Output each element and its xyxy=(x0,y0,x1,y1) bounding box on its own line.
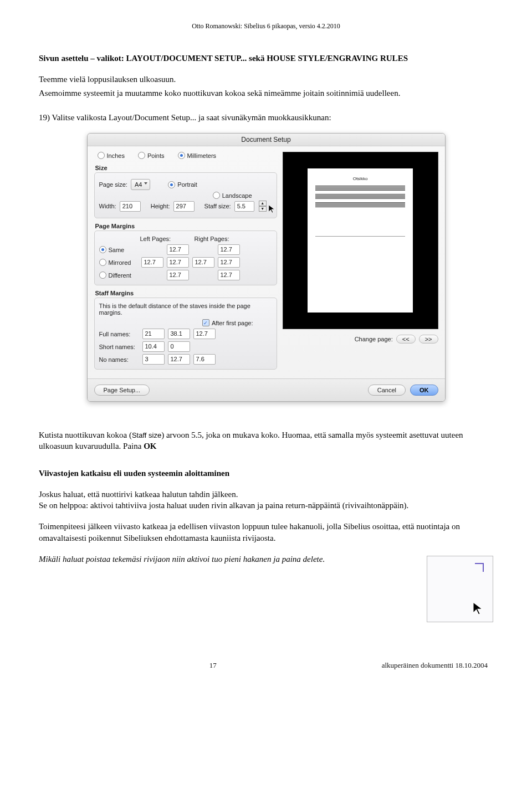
document-page: Otto Romanowski: Sibelius 6 pikaopas, ve… xyxy=(0,0,532,687)
height-input[interactable]: 297 xyxy=(173,201,195,212)
viivastot-para-4: Mikäli haluat poistaa tekemäsi rivijaon … xyxy=(39,554,493,565)
staff-margins-desc: This is the default distance of the stav… xyxy=(99,303,272,316)
no-names-input[interactable]: 3 xyxy=(142,354,165,365)
viivastot-heading: Viivastojen katkaisu eli uuden systeemin… xyxy=(39,469,229,478)
page-setup-button[interactable]: Page Setup... xyxy=(94,385,150,396)
radio-inches[interactable]: Inches xyxy=(98,152,125,159)
viivastot-para-2: Se on helppoa: aktivoi tahtiviiva josta … xyxy=(39,500,493,511)
document-setup-dialog: Document Setup Inches Points Millimeters… xyxy=(87,133,446,402)
margin-diff-2[interactable]: 12.7 xyxy=(218,270,240,280)
page-preview: Otsikko xyxy=(283,152,438,329)
chevron-down-icon: ▼ xyxy=(259,206,267,212)
short-names-label: Short names: xyxy=(99,344,139,350)
cancel-button[interactable]: Cancel xyxy=(368,385,406,396)
prev-page-button[interactable]: << xyxy=(396,335,416,344)
width-input[interactable]: 210 xyxy=(120,201,141,212)
change-page-label: Change page: xyxy=(355,336,393,342)
page-margins-label: Page Margins xyxy=(95,223,277,229)
intro-paragraph-1: Teemme vielä loppusilauksen ulkoasuun. xyxy=(39,74,493,85)
margin-mirr-1[interactable]: 12.7 xyxy=(141,257,163,268)
width-label: Width: xyxy=(99,203,116,209)
dialog-screenshot: Document Setup Inches Points Millimeters… xyxy=(39,133,493,402)
radio-landscape[interactable]: Landscape xyxy=(213,192,252,199)
short-names-input[interactable]: 10.4 xyxy=(142,341,165,352)
step-19-text: 19) Valitse valikosta Layout/Document Se… xyxy=(39,112,493,123)
page-margins-group: Left Pages: Right Pages: Same 12.7 12.7 … xyxy=(94,231,277,285)
footer-right-text: alkuperäinen dokumentti 18.10.2004 xyxy=(382,661,488,670)
staff-size-spinner[interactable]: ▲▼ xyxy=(259,201,267,212)
full-names-label: Full names: xyxy=(99,331,139,337)
radio-margins-mirrored[interactable]: Mirrored xyxy=(99,259,138,266)
right-pages-label: Right Pages: xyxy=(195,235,239,242)
margin-same-left[interactable]: 12.7 xyxy=(167,244,189,255)
margin-diff-1[interactable]: 12.7 xyxy=(167,270,189,280)
preview-title: Otsikko xyxy=(315,176,405,181)
after-dialog-paragraph: Kutista nuottikuvan kokoa (Staff size) a… xyxy=(39,429,493,452)
cursor-icon xyxy=(472,601,487,616)
viivastot-para-3: Toimenpiteesi jälkeen viivasto katkeaa j… xyxy=(39,521,493,544)
return-arrow-figure xyxy=(427,556,493,622)
staff-col2b[interactable]: 0 xyxy=(168,341,190,352)
staff-size-input[interactable]: 5.5 xyxy=(234,201,254,212)
radio-portrait[interactable]: Portrait xyxy=(168,181,197,188)
intro-paragraph-2: Asemoimme systeemit ja muutamme koko nuo… xyxy=(39,88,493,99)
chevron-up-icon: ▲ xyxy=(259,201,267,206)
page-size-label: Page size: xyxy=(99,181,127,188)
size-section-label: Size xyxy=(95,165,277,171)
radio-millimeters[interactable]: Millimeters xyxy=(178,152,217,159)
section-heading: Sivun asettelu – valikot: LAYOUT/DOCUMEN… xyxy=(39,53,493,64)
dialog-title: Document Setup xyxy=(88,134,445,146)
margin-mirr-2[interactable]: 12.7 xyxy=(167,257,189,268)
staff-margins-label: Staff Margins xyxy=(95,290,277,296)
margin-mirr-3[interactable]: 12.7 xyxy=(192,257,214,268)
viivastot-para-1: Joskus haluat, että nuottirivi katkeaa h… xyxy=(39,489,493,500)
after-first-page-checkbox[interactable] xyxy=(202,319,209,326)
staff-col2a[interactable]: 38.1 xyxy=(168,329,190,339)
ok-button[interactable]: OK xyxy=(410,385,438,396)
staff-size-label: Staff size: xyxy=(204,203,231,209)
radio-margins-same[interactable]: Same xyxy=(99,246,138,253)
staff-col3a[interactable]: 12.7 xyxy=(193,329,216,339)
margin-same-right[interactable]: 12.7 xyxy=(218,244,240,255)
full-names-input[interactable]: 21 xyxy=(142,329,165,339)
page-number: 17 xyxy=(209,661,217,670)
document-header: Otto Romanowski: Sibelius 6 pikaopas, ve… xyxy=(39,22,493,30)
left-pages-label: Left Pages: xyxy=(140,235,185,242)
staff-margins-group: This is the default distance of the stav… xyxy=(94,298,277,370)
return-hook-icon xyxy=(475,563,484,572)
page-footer: 17 alkuperäinen dokumentti 18.10.2004 xyxy=(39,661,493,670)
margin-mirr-4[interactable]: 12.7 xyxy=(218,257,240,268)
staff-col3c[interactable]: 7.6 xyxy=(193,354,216,365)
no-names-label: No names: xyxy=(99,356,139,363)
radio-points[interactable]: Points xyxy=(138,152,165,159)
size-group: Page size: A4 Portrait Landscape Width: … xyxy=(94,172,277,218)
page-size-select[interactable]: A4 xyxy=(131,179,150,190)
after-first-page-label: After first page: xyxy=(212,320,253,326)
next-page-button[interactable]: >> xyxy=(419,335,438,344)
staff-col2c[interactable]: 12.7 xyxy=(168,354,190,365)
height-label: Height: xyxy=(151,203,170,209)
preview-page: Otsikko xyxy=(308,168,413,313)
radio-margins-different[interactable]: Different xyxy=(99,272,138,279)
